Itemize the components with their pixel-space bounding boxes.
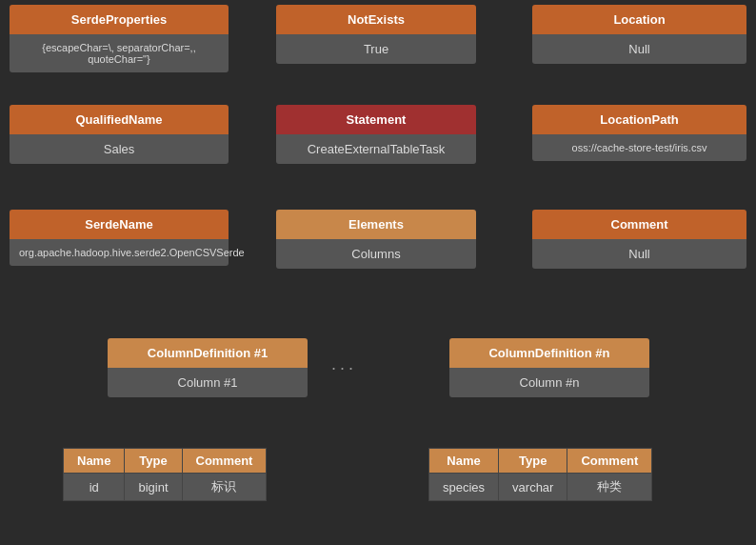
comment-header: Comment — [532, 210, 746, 239]
table-row: species varchar 种类 — [429, 474, 652, 501]
table1-comment-val: 标识 — [182, 474, 267, 501]
col-def-1-header: ColumnDefinition #1 — [108, 338, 308, 368]
serde-properties-body: {escapeChar=\, separatorChar=,, quoteCha… — [10, 34, 229, 72]
col-def-n-node: ColumnDefinition #n Column #n — [449, 338, 649, 397]
col-def-n-header: ColumnDefinition #n — [449, 338, 649, 368]
table-row: id bigint 标识 — [64, 474, 267, 501]
table1-col-type: Type — [125, 449, 182, 474]
qualified-name-header: QualifiedName — [10, 105, 229, 134]
table2-comment-val: 种类 — [567, 474, 652, 501]
statement-node: Statement CreateExternalTableTask — [276, 105, 476, 164]
serde-name-header: SerdeName — [10, 210, 229, 239]
not-exists-node: NotExists True — [276, 5, 476, 64]
statement-header: Statement — [276, 105, 476, 134]
statement-body: CreateExternalTableTask — [276, 134, 476, 164]
table-1: Name Type Comment id bigint 标识 — [63, 448, 267, 501]
serde-properties-node: SerdeProperties {escapeChar=\, separator… — [10, 5, 229, 72]
table2-species: species — [429, 474, 499, 501]
table1-col-name: Name — [64, 449, 125, 474]
location-header: Location — [532, 5, 746, 34]
not-exists-header: NotExists — [276, 5, 476, 34]
location-path-header: LocationPath — [532, 105, 746, 134]
serde-properties-header: SerdeProperties — [10, 5, 229, 34]
elements-node: Elements Columns — [276, 210, 476, 269]
location-body: Null — [532, 34, 746, 64]
table-2: Name Type Comment species varchar 种类 — [428, 448, 652, 501]
col-def-1-node: ColumnDefinition #1 Column #1 — [108, 338, 308, 397]
ellipsis-connector: ... — [331, 354, 357, 374]
col-def-n-body: Column #n — [449, 368, 649, 397]
table1-id: id — [64, 474, 125, 501]
not-exists-body: True — [276, 34, 476, 64]
qualified-name-node: QualifiedName Sales — [10, 105, 229, 164]
serde-name-node: SerdeName org.apache.hadoop.hive.serde2.… — [10, 210, 229, 266]
location-path-body: oss://cache-store-test/iris.csv — [532, 134, 746, 161]
location-node: Location Null — [532, 5, 746, 64]
table2-col-name: Name — [429, 449, 499, 474]
col-def-1-body: Column #1 — [108, 368, 308, 397]
table1-col-comment: Comment — [182, 449, 267, 474]
table2-col-comment: Comment — [567, 449, 652, 474]
elements-header: Elements — [276, 210, 476, 239]
serde-name-body: org.apache.hadoop.hive.serde2.OpenCSVSer… — [10, 239, 229, 266]
table2-varchar: varchar — [499, 474, 567, 501]
comment-node: Comment Null — [532, 210, 746, 269]
elements-body: Columns — [276, 239, 476, 269]
table2-col-type: Type — [499, 449, 567, 474]
qualified-name-body: Sales — [10, 134, 229, 164]
diagram: SerdeProperties {escapeChar=\, separator… — [0, 0, 756, 545]
location-path-node: LocationPath oss://cache-store-test/iris… — [532, 105, 746, 161]
table1-bigint: bigint — [125, 474, 182, 501]
comment-body: Null — [532, 239, 746, 269]
